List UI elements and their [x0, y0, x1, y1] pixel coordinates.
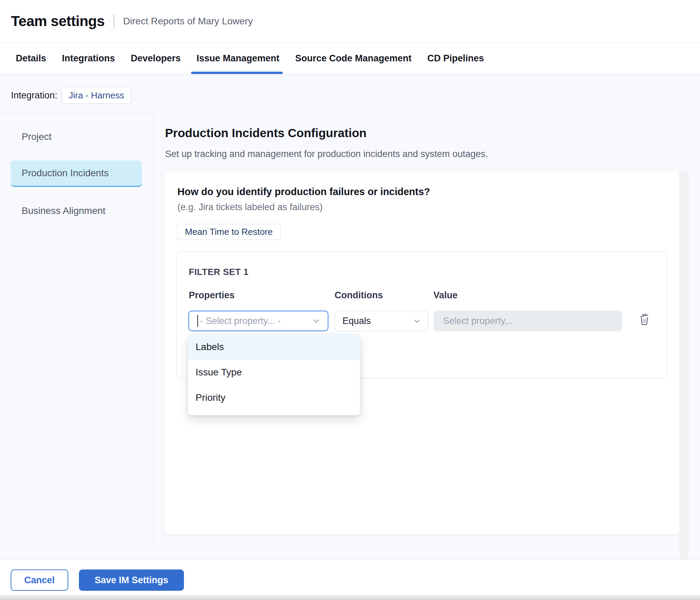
condition-select[interactable]: Equals [335, 311, 428, 331]
properties-column-label: Properties [189, 290, 235, 301]
settings-tab-bar: Details Integrations Developers Issue Ma… [0, 43, 700, 74]
dropdown-option-issue-type[interactable]: Issue Type [188, 360, 360, 385]
section-subtitle: Set up tracking and management for produ… [165, 149, 488, 159]
condition-select-value: Equals [342, 316, 412, 326]
section-title: Production Incidents Configuration [165, 126, 366, 140]
sidebar-divider [154, 114, 154, 545]
integration-row: Integration: Jira - Harness [11, 87, 131, 104]
scrollbar-track[interactable] [679, 171, 689, 559]
integration-label: Integration: [11, 90, 57, 101]
conditions-column-label: Conditions [335, 290, 383, 301]
tab-integrations[interactable]: Integrations [62, 43, 115, 74]
value-column-label: Value [433, 290, 458, 301]
filter-set-title: FILTER SET 1 [189, 267, 249, 277]
sidebar-item-project[interactable]: Project [11, 123, 142, 150]
team-settings-page: Team settings Direct Reports of Mary Low… [0, 0, 700, 600]
tab-cd-pipelines[interactable]: CD Pipelines [427, 43, 484, 74]
integration-chip[interactable]: Jira - Harness [61, 87, 131, 104]
property-select[interactable]: - Select property... - [188, 311, 328, 331]
tab-developers[interactable]: Developers [131, 43, 181, 74]
page-subtitle: Direct Reports of Mary Lowery [123, 16, 253, 27]
identify-incidents-hint: (e.g. Jira tickets labeled as failures) [177, 202, 323, 213]
sidebar-item-business-alignment[interactable]: Business Alignment [11, 197, 142, 224]
page-header: Team settings Direct Reports of Mary Low… [0, 0, 700, 43]
sidebar-item-production-incidents[interactable]: Production Incidents [11, 160, 142, 187]
text-cursor [197, 315, 198, 327]
dropdown-option-labels[interactable]: Labels [188, 334, 360, 360]
value-input[interactable] [433, 311, 622, 331]
property-select-placeholder: - Select property... - [200, 316, 312, 326]
tab-details[interactable]: Details [16, 43, 46, 74]
property-dropdown-menu: Labels Issue Type Priority [188, 334, 360, 415]
identify-incidents-question: How do you identify production failures … [177, 186, 430, 197]
settings-side-nav: Project Production Incidents Business Al… [11, 123, 142, 235]
chevron-down-icon [312, 316, 321, 325]
save-im-settings-button[interactable]: Save IM Settings [79, 569, 184, 591]
bottom-edge-shadow [0, 595, 700, 600]
filter-row: - Select property... - Equals [177, 311, 667, 331]
footer-action-bar: Cancel Save IM Settings [0, 560, 700, 600]
chevron-down-icon [412, 316, 421, 325]
cancel-button[interactable]: Cancel [11, 569, 68, 591]
page-title: Team settings [11, 13, 105, 29]
delete-filter-button[interactable] [639, 313, 650, 326]
tab-issue-management[interactable]: Issue Management [197, 43, 280, 74]
sidebar-top-border [0, 113, 154, 114]
title-separator [114, 14, 114, 28]
tab-source-code-management[interactable]: Source Code Management [295, 43, 411, 74]
incidents-config-card: How do you identify production failures … [165, 171, 679, 534]
dropdown-option-priority[interactable]: Priority [188, 385, 360, 410]
mean-time-to-restore-chip[interactable]: Mean Time to Restore [177, 224, 281, 240]
trash-icon [639, 313, 650, 326]
